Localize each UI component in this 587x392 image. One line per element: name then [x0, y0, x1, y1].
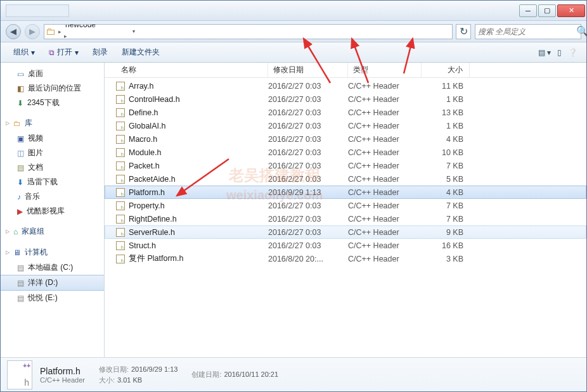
sidebar-item[interactable]: ▣视频	[1, 131, 104, 146]
file-icon	[116, 82, 125, 91]
burn-button[interactable]: 刻录	[86, 46, 114, 59]
file-icon	[116, 161, 125, 170]
maximize-button[interactable]: ▢	[538, 4, 556, 17]
details-filetype: C/C++ Header	[40, 376, 85, 384]
sidebar-item[interactable]: ⬇2345下载	[1, 96, 104, 110]
file-icon	[116, 201, 125, 210]
breadcrumb-separator[interactable]: ▸	[63, 33, 68, 39]
nav-back-button[interactable]: ◀	[6, 24, 21, 39]
col-type[interactable]: 类型	[348, 63, 422, 77]
file-row[interactable]: Packet.h 2016/2/27 0:03 C/C++ Header 7 K…	[105, 159, 586, 172]
file-row[interactable]: Property.h 2016/2/27 0:03 C/C++ Header 7…	[105, 199, 586, 212]
sidebar-item[interactable]: ▤文档	[1, 160, 104, 175]
toolbar: 组织 ▾ ⧉打开 ▾ 刻录 新建文件夹 ▤ ▾ ▯ ❔	[1, 42, 586, 63]
sidebar-homegroup-header[interactable]: ▷⌂家庭组	[1, 224, 104, 239]
nav-forward-button[interactable]: ▶	[25, 24, 40, 39]
file-list[interactable]: Array.h 2016/2/27 0:03 C/C++ Header 11 K…	[105, 78, 586, 357]
sidebar-item[interactable]: ♪音乐	[1, 189, 104, 204]
file-icon	[116, 135, 125, 144]
preview-pane-button[interactable]: ▯	[555, 47, 564, 58]
organize-button[interactable]: 组织 ▾	[7, 46, 41, 59]
file-row[interactable]: ControlHead.h 2016/2/27 0:03 C/C++ Heade…	[105, 92, 586, 106]
file-row[interactable]: Macro.h 2016/2/27 0:03 C/C++ Header 4 KB	[105, 132, 586, 146]
sidebar-item[interactable]: ◧最近访问的位置	[1, 81, 104, 96]
nav-pane[interactable]: ▭桌面◧最近访问的位置⬇2345下载 ▷🗀库 ▣视频◫图片▤文档⬇迅雷下载♪音乐…	[1, 63, 105, 357]
file-row[interactable]: PacketAide.h 2016/2/27 0:03 C/C++ Header…	[105, 172, 586, 186]
col-size[interactable]: 大小	[422, 63, 470, 77]
file-icon	[116, 175, 125, 184]
minimize-button[interactable]: ─	[519, 4, 537, 17]
col-date[interactable]: 修改日期	[268, 63, 348, 77]
view-options-button[interactable]: ▤ ▾	[536, 47, 553, 58]
explorer-window: ─ ▢ ✕ ◀ ▶ 🗀 ▸ 网狐▸6701▸完整网狐三通源码▸newcode▸系…	[0, 0, 587, 392]
sidebar-drive[interactable]: ▤洋洋 (D:)	[1, 275, 104, 291]
file-icon	[116, 255, 125, 263]
sidebar-item[interactable]: ◫图片	[1, 146, 104, 160]
file-list-pane: 名称 修改日期 类型 大小 Array.h 2016/2/27 0:03 C/C…	[105, 63, 586, 357]
file-icon	[116, 108, 125, 117]
file-row[interactable]: Struct.h 2016/2/27 0:03 C/C++ Header 16 …	[105, 239, 586, 252]
file-row[interactable]: GlobalAI.h 2016/2/27 0:03 C/C++ Header 1…	[105, 119, 586, 132]
col-name[interactable]: 名称	[116, 63, 268, 77]
details-pane: Platform.h C/C++ Header 修改日期:2016/9/29 1…	[1, 357, 586, 391]
file-row[interactable]: Platform.h 2016/9/29 1:13 C/C++ Header 4…	[105, 186, 586, 199]
file-row[interactable]: ServerRule.h 2016/2/27 0:03 C/C++ Header…	[105, 225, 586, 239]
file-icon	[116, 188, 125, 197]
column-headers[interactable]: 名称 修改日期 类型 大小	[105, 63, 586, 78]
file-icon	[116, 122, 125, 130]
refresh-button[interactable]: ↻	[456, 24, 471, 39]
file-row[interactable]: Define.h 2016/2/27 0:03 C/C++ Header 13 …	[105, 106, 586, 119]
file-icon	[116, 228, 125, 237]
sidebar-item[interactable]: ▶优酷影视库	[1, 204, 104, 218]
address-dropdown[interactable]: ▾	[129, 28, 139, 34]
help-button[interactable]: ❔	[565, 47, 580, 58]
open-button[interactable]: ⧉打开 ▾	[42, 46, 85, 59]
sidebar-drive[interactable]: ▤本地磁盘 (C:)	[1, 260, 104, 275]
folder-icon: 🗀	[44, 26, 57, 37]
file-row[interactable]: Array.h 2016/2/27 0:03 C/C++ Header 11 K…	[105, 79, 586, 92]
sidebar-libraries-header[interactable]: ▷🗀库	[1, 115, 104, 131]
address-row: ◀ ▶ 🗀 ▸ 网狐▸6701▸完整网狐三通源码▸newcode▸系统模块▸系统…	[1, 21, 586, 42]
sidebar-item[interactable]: ▭桌面	[1, 66, 104, 81]
search-icon[interactable]: 🔍	[576, 25, 587, 37]
file-icon	[116, 95, 125, 104]
address-bar[interactable]: 🗀 ▸ 网狐▸6701▸完整网狐三通源码▸newcode▸系统模块▸系统模块▸全…	[44, 24, 453, 39]
breadcrumb-item[interactable]: newcode	[63, 24, 129, 30]
sidebar-drive[interactable]: ▤悦悦 (E:)	[1, 291, 104, 305]
titlebar: ─ ▢ ✕	[1, 1, 586, 21]
titlebar-icon	[6, 4, 69, 17]
file-icon	[116, 241, 125, 250]
search-box[interactable]: 🔍	[475, 24, 581, 39]
file-row[interactable]: Module.h 2016/2/27 0:03 C/C++ Header 10 …	[105, 146, 586, 159]
file-icon	[116, 215, 125, 224]
newfolder-button[interactable]: 新建文件夹	[115, 46, 166, 59]
details-filename: Platform.h	[40, 366, 85, 376]
file-icon	[116, 148, 125, 157]
sidebar-item[interactable]: ⬇迅雷下载	[1, 175, 104, 189]
sidebar-computer-header[interactable]: ▷🖥计算机	[1, 244, 104, 260]
close-button[interactable]: ✕	[557, 4, 585, 17]
file-row[interactable]: 复件 Platform.h 2016/8/20 20:... C/C++ Hea…	[105, 252, 586, 265]
search-input[interactable]	[475, 27, 576, 36]
details-file-icon	[7, 360, 32, 389]
file-row[interactable]: RightDefine.h 2016/2/27 0:03 C/C++ Heade…	[105, 212, 586, 225]
